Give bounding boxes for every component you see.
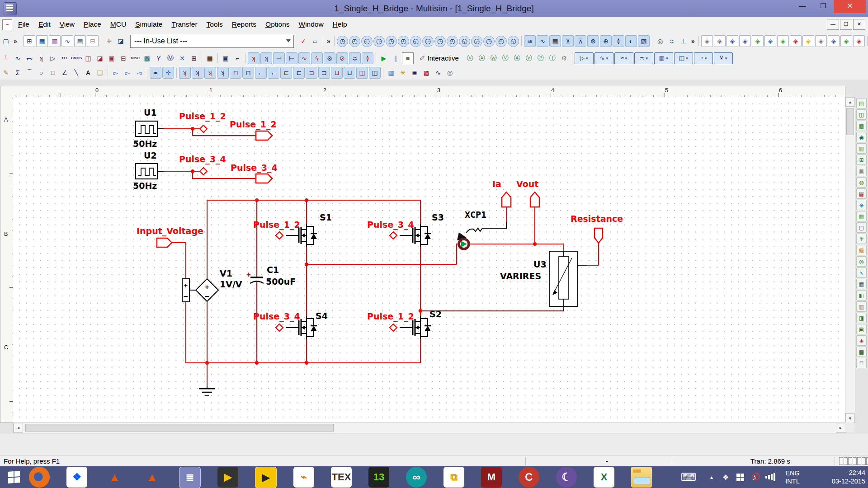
place-indicator-button[interactable]: ▣ [106, 53, 117, 64]
menu-edit[interactable]: Edit [34, 19, 55, 30]
instrument-dropdown-1[interactable]: ▷ [575, 52, 594, 64]
instrument-logic-converter-button[interactable]: ◷ [434, 36, 446, 47]
probe-page-2[interactable]: ◈ [714, 35, 726, 47]
extra-instrument-10[interactable]: ▧ [638, 35, 650, 47]
side-tool-6[interactable]: ⊞ [856, 155, 867, 165]
probe-current-button[interactable]: Ⓐ [476, 53, 487, 64]
menu-view[interactable]: View [55, 19, 79, 30]
place-mcu-button[interactable]: ▦ [204, 53, 215, 64]
side-tool-17[interactable]: ▦ [856, 279, 867, 289]
place-ni-button[interactable]: ✕ [177, 53, 188, 64]
start-button[interactable] [0, 466, 28, 488]
extra-instrument-4[interactable]: ⊻ [562, 35, 574, 47]
menu-transfer[interactable]: Transfer [167, 19, 202, 30]
menu-mcu[interactable]: MCU [106, 19, 131, 30]
taskbar-tex[interactable]: TEX [331, 467, 352, 488]
wires[interactable] [164, 129, 599, 386]
volume-muted-icon[interactable]: ♪ [747, 466, 761, 488]
power-component-5[interactable]: ∿ [298, 52, 310, 64]
power-device-16[interactable]: ◫ [369, 67, 381, 79]
place-ttl-button[interactable]: TTL [59, 53, 70, 64]
toggle-database-button[interactable]: ▤ [74, 35, 86, 47]
side-tool-24[interactable]: ≣ [856, 358, 867, 368]
extra-instrument-2[interactable]: ∿ [537, 35, 548, 47]
side-tool-16[interactable]: ∿ [856, 267, 867, 278]
misc-tool-4[interactable]: ▩ [421, 67, 432, 78]
menu-place[interactable]: Place [79, 19, 106, 30]
clock[interactable]: 22:44 03-12-2015 [808, 466, 868, 488]
document-icon[interactable]: ⌁ [2, 19, 12, 30]
instrument-extra-a[interactable]: ◎ [655, 36, 665, 47]
label-s1[interactable]: S1 [320, 212, 332, 222]
power-component-3[interactable]: ⊣ [273, 52, 285, 64]
instrument-function-generator-button[interactable]: ◴ [349, 36, 360, 47]
side-tool-7[interactable]: ▣ [856, 166, 867, 176]
probe-phase-button[interactable]: Ⓟ [535, 53, 546, 64]
probe-page-5[interactable]: ◈ [752, 35, 764, 47]
label-pulse12-b[interactable]: Pulse_1_2 [230, 119, 277, 129]
network-signal-icon[interactable] [763, 466, 778, 488]
place-advanced-peripherals-button[interactable]: ▩ [142, 53, 152, 64]
text-button[interactable]: A [83, 67, 94, 78]
new-document-button[interactable]: ▢ [0, 36, 11, 47]
place-misc-button[interactable]: MISC [130, 53, 141, 64]
label-s3-gate[interactable]: Pulse_3_4 [367, 220, 414, 230]
instrument-bode-plotter-button[interactable]: ◴ [398, 36, 409, 47]
label-pulse12-a[interactable]: Pulse_1_2 [179, 111, 226, 121]
probe-page-3[interactable]: ◈ [726, 35, 738, 47]
dropbox-tray-icon[interactable]: ❖ [719, 466, 732, 488]
probe-page-1[interactable]: ◈ [701, 35, 713, 47]
annotation-pencil-button[interactable]: ✎ [0, 67, 11, 78]
label-vout[interactable]: Vout [516, 179, 538, 189]
pin-tool-1[interactable]: ≍ [150, 67, 161, 79]
side-tool-22[interactable]: ◈ [856, 335, 867, 346]
side-tool-15[interactable]: ◎ [856, 256, 867, 267]
probe-digital-button[interactable]: Ⓘ [547, 53, 558, 64]
instrument-extra-b[interactable]: ≎ [666, 36, 677, 47]
place-basic-button[interactable]: ∿ [12, 53, 23, 64]
replace-component-button[interactable]: ◪ [115, 36, 126, 47]
label-u1-freq[interactable]: 50Hz [133, 139, 157, 149]
toggle-simulation-panel-button[interactable]: ▥ [49, 35, 61, 47]
label-v1-gain[interactable]: 1V/V [220, 279, 242, 289]
misc-tool-6[interactable]: ◎ [444, 67, 455, 78]
component-u1[interactable] [136, 121, 164, 136]
instrument-wattmeter-button[interactable]: ◵ [361, 36, 373, 47]
taskbar-firefox[interactable] [29, 467, 50, 488]
extra-instrument-9[interactable]: ◐ [625, 35, 637, 47]
instrument-word-generator-button[interactable]: ◶ [422, 36, 434, 47]
instrument-dropdown-2[interactable]: ∿ [594, 52, 613, 64]
menu-help[interactable]: Help [328, 19, 352, 30]
probe-page-8[interactable]: ◈ [790, 35, 802, 47]
probe-settings-button[interactable]: ⚙ [559, 53, 570, 64]
instrument-logic-analyzer-button[interactable]: ◴ [447, 36, 458, 47]
label-u3[interactable]: U3 [533, 259, 547, 269]
taskbar-flowchart-app[interactable]: ⧉ [443, 467, 464, 488]
taskbar-dropbox[interactable]: ❖ [66, 467, 87, 488]
instrument-measurement-probe-button[interactable]: ◵ [508, 36, 519, 47]
place-mixed-button[interactable]: ◪ [94, 53, 105, 64]
label-u2-freq[interactable]: 50Hz [133, 181, 157, 191]
probe-page-13[interactable]: ◈ [853, 35, 865, 47]
label-pulse34-b[interactable]: Pulse_3_4 [231, 163, 278, 173]
side-tool-21[interactable]: ▣ [856, 324, 867, 334]
simulate-pause-button[interactable]: ∥ [390, 53, 401, 64]
power-device-11[interactable]: ⊐ [306, 67, 317, 79]
probe-current-ac-button[interactable]: Ⓐ [512, 53, 523, 64]
line-button[interactable]: ╲ [71, 67, 82, 78]
horizontal-scrollbar[interactable]: ◄ ► [13, 422, 846, 433]
hscroll-thumb[interactable] [25, 424, 334, 432]
power-component-6[interactable]: ϟ [311, 52, 323, 64]
mdi-close-button[interactable]: ✕ [853, 19, 865, 30]
extra-instrument-6[interactable]: ⊗ [587, 35, 599, 47]
place-source-button[interactable]: ⏚ [0, 53, 11, 64]
simulate-stop-button[interactable]: ■ [402, 52, 414, 64]
menu-tools[interactable]: Tools [202, 19, 227, 30]
instrument-multimeter-button[interactable]: ◷ [337, 36, 348, 47]
label-c1[interactable]: C1 [267, 265, 279, 275]
component-c1[interactable]: + [246, 270, 264, 283]
label-xcp1[interactable]: XCP1 [465, 209, 486, 220]
close-button[interactable]: ✕ [834, 0, 866, 13]
instrument-dropdown-7[interactable]: ◔ [694, 52, 713, 64]
instrument-dropdown-5[interactable]: ▦ [654, 52, 673, 64]
